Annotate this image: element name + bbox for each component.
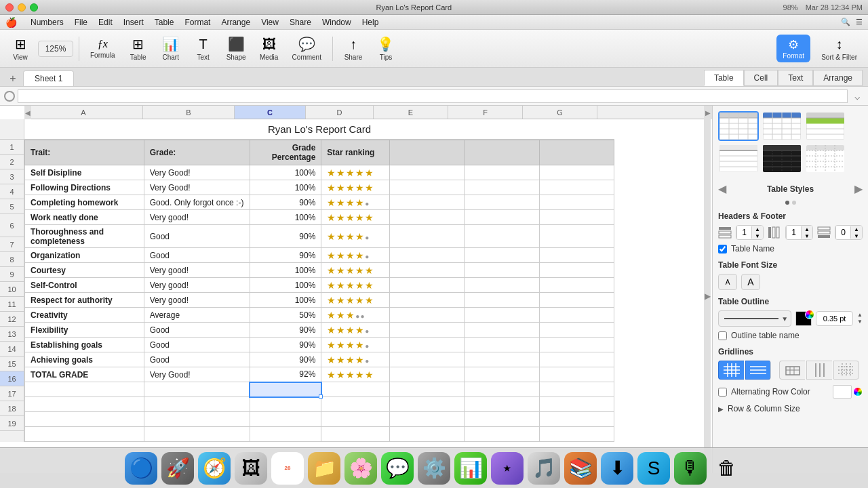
cell-stars-8[interactable]: ★★★★★ xyxy=(321,263,389,278)
cell-e-9[interactable] xyxy=(389,278,464,293)
styles-next-arrow[interactable]: ▶ xyxy=(854,182,863,195)
cell-f-15[interactable] xyxy=(465,367,539,382)
traffic-lights[interactable] xyxy=(5,3,38,12)
menu-window[interactable]: Window xyxy=(317,15,357,29)
cell-pct-7[interactable]: 90% xyxy=(250,248,321,263)
cell-trait-8[interactable]: Courtesy xyxy=(25,263,144,278)
cell-grade-4[interactable]: Good. Only forgot once :-) xyxy=(144,195,250,210)
cell-f-11[interactable] xyxy=(465,308,539,323)
formula-button[interactable]: ƒx Formula xyxy=(85,35,121,62)
menu-arrange[interactable]: Arrange xyxy=(216,15,256,29)
cell-pct-6[interactable]: 90% xyxy=(250,225,321,248)
cell-g-8[interactable] xyxy=(539,263,614,278)
tips-button[interactable]: 💡 Tips xyxy=(371,33,401,64)
cell-g-16[interactable] xyxy=(539,382,614,397)
table-row[interactable]: Following Directions Very Good! 100% ★★★… xyxy=(25,180,614,195)
gridlines-horiz-btn[interactable] xyxy=(745,361,771,380)
cell-grade-8[interactable]: Very good! xyxy=(144,263,250,278)
table-button[interactable]: ⊞ Table xyxy=(123,33,153,64)
outline-pt-stepper[interactable]: ▲ ▼ xyxy=(857,312,863,325)
menu-numbers[interactable]: Numbers xyxy=(25,15,69,29)
gridlines-body-btn[interactable] xyxy=(779,361,805,380)
cell-pct-15[interactable]: 92% xyxy=(250,367,321,382)
cell-d-19[interactable] xyxy=(321,427,389,442)
outline-pt-input[interactable] xyxy=(816,311,853,326)
close-button[interactable] xyxy=(5,3,14,12)
cell-stars-5[interactable]: ★★★★★ xyxy=(321,210,389,225)
cell-e-8[interactable] xyxy=(389,263,464,278)
cell-g-11[interactable] xyxy=(539,308,614,323)
share-button[interactable]: ↑ Share xyxy=(338,34,368,64)
cell-f-16[interactable] xyxy=(465,382,539,397)
maximize-button[interactable] xyxy=(30,3,38,12)
cell-f-6[interactable] xyxy=(465,225,539,248)
dock-appstore[interactable]: ⬇ xyxy=(601,452,633,485)
cell-trait-2[interactable]: Self Disipline xyxy=(25,165,144,180)
cell-b-17[interactable] xyxy=(144,397,250,412)
cell-pct-8[interactable]: 100% xyxy=(250,263,321,278)
table-style-6[interactable] xyxy=(805,144,846,174)
cell-grade-15[interactable]: Very Good! xyxy=(144,367,250,382)
table-name-checkbox[interactable] xyxy=(718,245,727,253)
cell-trait-10[interactable]: Respect for authority xyxy=(25,293,144,308)
col-header-g[interactable]: G xyxy=(523,106,597,119)
cell-grade-6[interactable]: Good xyxy=(144,225,250,248)
cell-grade-13[interactable]: Good xyxy=(144,338,250,352)
table-row[interactable]: Creativity Average 50% ★★★●● xyxy=(25,308,614,323)
cell-d-17[interactable] xyxy=(321,397,389,412)
table-style-4[interactable] xyxy=(718,144,759,174)
cell-e-5[interactable] xyxy=(389,210,464,225)
cell-g-10[interactable] xyxy=(539,293,614,308)
sheet-tab-1[interactable]: Sheet 1 xyxy=(23,70,74,86)
styles-prev-arrow[interactable]: ◀ xyxy=(718,182,726,195)
dock-messages[interactable]: 💬 xyxy=(381,452,414,485)
cell-f-4[interactable] xyxy=(465,195,539,210)
cell-g-5[interactable] xyxy=(539,210,614,225)
table-row[interactable]: Work neatly done Very good! 100% ★★★★★ xyxy=(25,210,614,225)
col-header-b[interactable]: B xyxy=(143,106,235,119)
dock-launchpad[interactable]: 🚀 xyxy=(161,452,194,485)
cell-trait-6[interactable]: Thoroughness andcompleteness xyxy=(25,225,144,248)
cell-f-10[interactable] xyxy=(465,293,539,308)
font-size-decrease[interactable]: A xyxy=(718,274,737,290)
table-row[interactable]: Completing homework Good. Only forgot on… xyxy=(25,195,614,210)
cell-trait-11[interactable]: Creativity xyxy=(25,308,144,323)
menu-format[interactable]: Format xyxy=(179,15,216,29)
cell-e-17[interactable] xyxy=(389,397,464,412)
formula-input[interactable] xyxy=(18,89,848,103)
header-cols-up[interactable]: ▲ xyxy=(802,226,812,232)
table-row-total[interactable]: TOTAL GRADE Very Good! 92% ★★★★★ xyxy=(25,367,614,382)
cell-e-18[interactable] xyxy=(389,412,464,427)
cell-e-4[interactable] xyxy=(389,195,464,210)
cell-pct-12[interactable]: 90% xyxy=(250,323,321,338)
view-button[interactable]: ⊞ View xyxy=(5,33,35,64)
cell-d-16[interactable] xyxy=(321,382,389,397)
cell-g-2[interactable] xyxy=(539,165,614,180)
table-style-2[interactable] xyxy=(762,111,802,141)
media-button[interactable]: 🖼 Media xyxy=(254,34,284,64)
table-row-19[interactable] xyxy=(25,427,614,442)
menu-file[interactable]: File xyxy=(69,15,93,29)
footer-rows-buttons[interactable]: ▲ ▼ xyxy=(851,226,862,239)
cell-stars-4[interactable]: ★★★★● xyxy=(321,195,389,210)
cell-g-9[interactable] xyxy=(539,278,614,293)
cell-trait-3[interactable]: Following Directions xyxy=(25,180,144,195)
tab-table[interactable]: Table xyxy=(704,70,744,86)
cell-e-2[interactable] xyxy=(389,165,464,180)
cell-g-14[interactable] xyxy=(539,352,614,367)
cell-f-17[interactable] xyxy=(465,397,539,412)
cell-stars-15[interactable]: ★★★★★ xyxy=(321,367,389,382)
scroll-right-handle[interactable]: ▶ xyxy=(704,119,711,473)
cell-pct-9[interactable]: 100% xyxy=(250,278,321,293)
cell-f-19[interactable] xyxy=(465,427,539,442)
cell-f-18[interactable] xyxy=(465,412,539,427)
header-rows-up[interactable]: ▲ xyxy=(752,226,763,232)
cell-pct-11[interactable]: 50% xyxy=(250,308,321,323)
dock-photos[interactable]: 🌸 xyxy=(344,452,377,485)
cell-grade-11[interactable]: Average xyxy=(144,308,250,323)
cell-trait-13[interactable]: Establishing goals xyxy=(25,338,144,352)
text-button[interactable]: T Text xyxy=(189,34,218,64)
alt-row-color-checkbox[interactable] xyxy=(718,388,727,396)
cell-a-18[interactable] xyxy=(25,412,144,427)
cell-b-16[interactable] xyxy=(144,382,250,397)
